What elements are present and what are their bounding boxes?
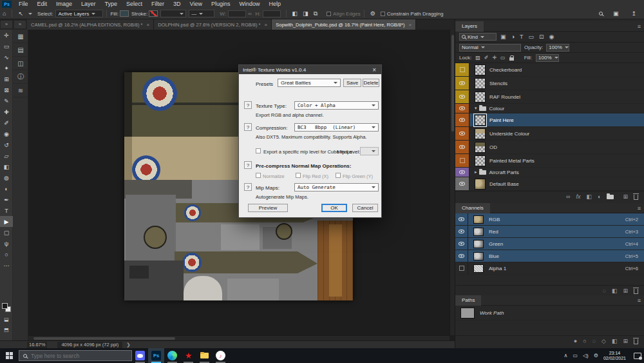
- panel-menu-icon[interactable]: ≡: [638, 205, 641, 211]
- tab-close-icon[interactable]: ×: [147, 22, 150, 28]
- frame-tool[interactable]: ⊠: [0, 84, 13, 95]
- texture-type-help-button[interactable]: ?: [244, 101, 252, 109]
- new-channel-icon[interactable]: ⊞: [623, 288, 628, 294]
- constrain-path-checkbox[interactable]: [381, 12, 385, 16]
- fill-dropdown[interactable]: 100%: [536, 54, 559, 62]
- path-selection-tool[interactable]: ▶: [0, 216, 13, 227]
- group-chevron-icon[interactable]: ▸: [475, 170, 477, 175]
- new-layer-icon[interactable]: ⊞: [623, 193, 628, 200]
- stroke-path-icon[interactable]: ○: [583, 338, 586, 344]
- eye-icon[interactable]: [459, 170, 465, 174]
- clone-stamp-tool[interactable]: ◉: [0, 128, 13, 139]
- collapse-dock-button[interactable]: »: [14, 21, 26, 28]
- menu-filter[interactable]: Filter: [147, 0, 169, 8]
- crop-tool[interactable]: ⊞: [0, 74, 13, 84]
- texture-type-dropdown[interactable]: Color + Alpha: [294, 101, 379, 110]
- eye-icon[interactable]: [459, 217, 464, 221]
- foreground-color-swatch[interactable]: [2, 303, 8, 309]
- eye-icon[interactable]: [459, 95, 465, 99]
- link-layers-icon[interactable]: ∞: [566, 193, 570, 200]
- add-layer-mask-icon[interactable]: ◧: [587, 193, 592, 200]
- eye-icon[interactable]: [459, 230, 464, 233]
- path-row-work-path[interactable]: Work Path: [455, 306, 644, 320]
- filter-toggle-icon[interactable]: ◉: [549, 34, 554, 40]
- move-tool[interactable]: ✛: [0, 30, 13, 41]
- menu-help[interactable]: Help: [265, 0, 286, 8]
- eyedropper-tool[interactable]: ✎: [0, 95, 13, 106]
- visibility-toggle[interactable]: [455, 127, 469, 140]
- tab-close-icon[interactable]: ×: [408, 22, 412, 28]
- menu-layer[interactable]: Layer: [77, 0, 100, 8]
- history-brush-tool[interactable]: ↺: [0, 139, 13, 150]
- layer-row-stencils[interactable]: Stencils: [455, 77, 644, 90]
- menu-type[interactable]: Type: [100, 0, 122, 8]
- layer-effects-icon[interactable]: fx: [576, 193, 580, 200]
- start-button[interactable]: [6, 352, 14, 360]
- hidden-icons-chevron[interactable]: ∧: [564, 353, 568, 358]
- workspace-switcher-icon[interactable]: ▣: [611, 10, 621, 17]
- ok-button[interactable]: OK: [321, 204, 347, 212]
- height-field[interactable]: [263, 10, 281, 17]
- adjustments-panel-icon[interactable]: ≋: [13, 84, 28, 97]
- channel-row-blue[interactable]: BlueCtrl+5: [455, 250, 644, 262]
- channel-visibility-toggle[interactable]: [455, 250, 468, 262]
- link-dimensions-icon[interactable]: ∞: [248, 11, 252, 17]
- layer-row-checkerboard[interactable]: Checkerboard: [455, 63, 644, 77]
- taskbar-file-explorer[interactable]: [196, 348, 213, 363]
- menu-plugins[interactable]: Plugins: [207, 0, 235, 8]
- layer-thumbnail[interactable]: [475, 128, 486, 139]
- stroke-swatch[interactable]: [149, 10, 158, 17]
- eye-icon[interactable]: [459, 254, 464, 258]
- width-field[interactable]: [228, 10, 246, 17]
- channel-visibility-toggle[interactable]: [455, 226, 468, 237]
- brush-tool[interactable]: ✐: [0, 117, 13, 128]
- distribute-icon[interactable]: ◨: [300, 10, 311, 17]
- panel-menu-icon[interactable]: ≡: [638, 23, 641, 30]
- eye-icon[interactable]: [459, 182, 465, 186]
- paths-tab[interactable]: Paths: [455, 295, 481, 306]
- taskbar-edge[interactable]: [164, 348, 180, 363]
- taskbar-discord[interactable]: [132, 348, 148, 363]
- search-icon[interactable]: [599, 12, 603, 15]
- align-edges-checkbox[interactable]: [327, 12, 331, 16]
- menu-window[interactable]: Window: [235, 0, 265, 8]
- status-options-chevron[interactable]: ❯: [126, 342, 130, 348]
- lock-all-icon[interactable]: [509, 57, 514, 61]
- delete-path-icon[interactable]: [634, 339, 638, 344]
- add-mask-icon[interactable]: ◧: [612, 338, 618, 344]
- menu-edit[interactable]: Edit: [33, 0, 52, 8]
- blend-mode-dropdown[interactable]: Normal: [459, 44, 521, 52]
- quick-mask-button[interactable]: ⬓: [0, 315, 13, 324]
- layer-row-painted-metal-parts[interactable]: Painted Metal Parts: [455, 154, 644, 168]
- channel-row-alpha-1[interactable]: Alpha 1Ctrl+6: [455, 262, 644, 275]
- search-input[interactable]: [31, 353, 121, 359]
- mouse-settings-icon[interactable]: ▭: [573, 353, 578, 358]
- fill-swatch[interactable]: [120, 10, 129, 17]
- cancel-button[interactable]: Cancel: [352, 204, 378, 212]
- vertical-scrollbar[interactable]: [450, 30, 455, 335]
- visibility-toggle[interactable]: [455, 154, 469, 167]
- normal-ops-help-button[interactable]: ?: [244, 161, 252, 169]
- horizontal-scrollbar[interactable]: [28, 335, 450, 340]
- mip-maps-help-button[interactable]: ?: [244, 183, 252, 191]
- new-adjustment-layer-icon[interactable]: ◐: [598, 193, 601, 200]
- edit-toolbar[interactable]: ⋯: [0, 260, 13, 271]
- visibility-off-box[interactable]: [459, 266, 464, 271]
- visibility-toggle[interactable]: [455, 168, 469, 177]
- visibility-toggle[interactable]: [455, 177, 469, 190]
- type-tool[interactable]: T: [0, 205, 13, 216]
- visibility-toggle[interactable]: [455, 90, 469, 103]
- save-selection-as-channel-icon[interactable]: ◧: [612, 288, 618, 294]
- layer-thumbnail[interactable]: [475, 92, 486, 103]
- mip-maps-dropdown[interactable]: Auto Generate: [294, 183, 379, 191]
- menu-select[interactable]: Select: [122, 0, 147, 8]
- visibility-toggle[interactable]: [455, 113, 469, 126]
- tool-preset-icon[interactable]: ↖: [15, 10, 26, 17]
- channel-row-green[interactable]: GreenCtrl+4: [455, 238, 644, 250]
- filter-smart-objects-icon[interactable]: ⊡: [539, 34, 544, 40]
- zoom-level-field[interactable]: 16.67%: [27, 342, 47, 348]
- visibility-toggle[interactable]: [455, 63, 469, 76]
- delete-layer-icon[interactable]: [634, 195, 638, 200]
- lock-position-icon[interactable]: ✛: [492, 55, 497, 61]
- visibility-off-box[interactable]: [460, 67, 465, 72]
